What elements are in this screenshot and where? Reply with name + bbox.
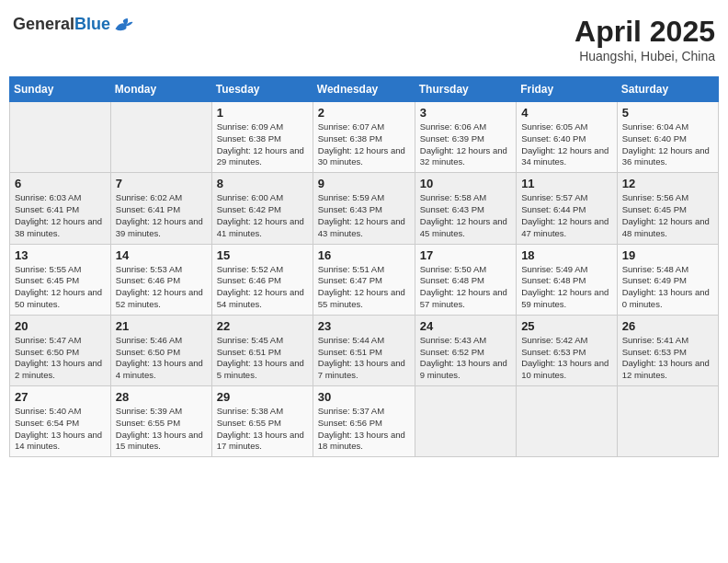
day-of-week-header: Thursday xyxy=(415,77,516,102)
title-area: April 2025 Huangshi, Hubei, China xyxy=(574,15,715,63)
day-number: 10 xyxy=(420,177,511,190)
calendar-week-row: 20Sunrise: 5:47 AM Sunset: 6:50 PM Dayli… xyxy=(10,315,719,385)
cell-info: Sunrise: 5:52 AM Sunset: 6:46 PM Dayligh… xyxy=(217,264,308,311)
cell-info: Sunrise: 5:44 AM Sunset: 6:51 PM Dayligh… xyxy=(318,335,410,382)
calendar-cell xyxy=(415,386,516,457)
cell-info: Sunrise: 5:41 AM Sunset: 6:53 PM Dayligh… xyxy=(622,335,713,382)
month-title: April 2025 xyxy=(574,15,715,49)
calendar-cell: 17Sunrise: 5:50 AM Sunset: 6:48 PM Dayli… xyxy=(415,244,516,315)
cell-info: Sunrise: 5:47 AM Sunset: 6:50 PM Dayligh… xyxy=(15,335,106,382)
calendar-cell: 20Sunrise: 5:47 AM Sunset: 6:50 PM Dayli… xyxy=(10,315,111,385)
cell-info: Sunrise: 5:59 AM Sunset: 6:43 PM Dayligh… xyxy=(318,192,410,239)
day-number: 29 xyxy=(217,390,308,404)
cell-info: Sunrise: 5:46 AM Sunset: 6:50 PM Dayligh… xyxy=(116,335,207,382)
calendar-cell: 22Sunrise: 5:45 AM Sunset: 6:51 PM Dayli… xyxy=(211,315,313,385)
cell-info: Sunrise: 6:02 AM Sunset: 6:41 PM Dayligh… xyxy=(116,192,207,239)
calendar-table: SundayMondayTuesdayWednesdayThursdayFrid… xyxy=(9,76,719,457)
calendar-cell: 24Sunrise: 5:43 AM Sunset: 6:52 PM Dayli… xyxy=(415,315,516,385)
calendar-cell xyxy=(110,102,211,173)
day-number: 13 xyxy=(15,248,106,262)
calendar-cell: 3Sunrise: 6:06 AM Sunset: 6:39 PM Daylig… xyxy=(415,102,516,173)
day-number: 7 xyxy=(116,177,207,190)
day-number: 12 xyxy=(622,177,713,190)
calendar-cell: 7Sunrise: 6:02 AM Sunset: 6:41 PM Daylig… xyxy=(110,173,211,244)
calendar-cell: 15Sunrise: 5:52 AM Sunset: 6:46 PM Dayli… xyxy=(211,244,313,315)
location-subtitle: Huangshi, Hubei, China xyxy=(574,49,715,63)
calendar-week-row: 13Sunrise: 5:55 AM Sunset: 6:45 PM Dayli… xyxy=(10,244,719,315)
calendar-cell: 23Sunrise: 5:44 AM Sunset: 6:51 PM Dayli… xyxy=(313,315,415,385)
day-number: 24 xyxy=(420,319,511,333)
logo-blue: Blue xyxy=(74,15,110,33)
cell-info: Sunrise: 6:04 AM Sunset: 6:40 PM Dayligh… xyxy=(622,121,713,168)
day-number: 18 xyxy=(521,248,612,262)
calendar-cell: 5Sunrise: 6:04 AM Sunset: 6:40 PM Daylig… xyxy=(617,102,718,173)
cell-info: Sunrise: 5:55 AM Sunset: 6:45 PM Dayligh… xyxy=(15,264,106,311)
calendar-cell: 13Sunrise: 5:55 AM Sunset: 6:45 PM Dayli… xyxy=(10,244,111,315)
calendar-cell: 8Sunrise: 6:00 AM Sunset: 6:42 PM Daylig… xyxy=(211,173,313,244)
cell-info: Sunrise: 5:49 AM Sunset: 6:48 PM Dayligh… xyxy=(521,264,612,311)
calendar-cell: 19Sunrise: 5:48 AM Sunset: 6:49 PM Dayli… xyxy=(617,244,718,315)
calendar-cell: 1Sunrise: 6:09 AM Sunset: 6:38 PM Daylig… xyxy=(211,102,313,173)
calendar-cell xyxy=(617,386,718,457)
day-number: 19 xyxy=(622,248,713,262)
calendar-week-row: 1Sunrise: 6:09 AM Sunset: 6:38 PM Daylig… xyxy=(10,102,719,173)
cell-info: Sunrise: 5:42 AM Sunset: 6:53 PM Dayligh… xyxy=(521,335,612,382)
cell-info: Sunrise: 6:05 AM Sunset: 6:40 PM Dayligh… xyxy=(521,121,612,168)
calendar-cell xyxy=(517,386,618,457)
calendar-cell: 9Sunrise: 5:59 AM Sunset: 6:43 PM Daylig… xyxy=(313,173,415,244)
cell-info: Sunrise: 6:06 AM Sunset: 6:39 PM Dayligh… xyxy=(420,121,511,168)
calendar-week-row: 6Sunrise: 6:03 AM Sunset: 6:41 PM Daylig… xyxy=(10,173,719,244)
day-number: 14 xyxy=(116,248,207,262)
day-number: 30 xyxy=(318,390,410,404)
calendar-cell: 12Sunrise: 5:56 AM Sunset: 6:45 PM Dayli… xyxy=(617,173,718,244)
day-number: 23 xyxy=(318,319,410,333)
cell-info: Sunrise: 6:09 AM Sunset: 6:38 PM Dayligh… xyxy=(217,121,308,168)
calendar-cell: 10Sunrise: 5:58 AM Sunset: 6:43 PM Dayli… xyxy=(415,173,516,244)
calendar-cell: 28Sunrise: 5:39 AM Sunset: 6:55 PM Dayli… xyxy=(110,386,211,457)
calendar-cell: 26Sunrise: 5:41 AM Sunset: 6:53 PM Dayli… xyxy=(617,315,718,385)
logo: GeneralBlue xyxy=(13,15,134,34)
calendar-cell: 25Sunrise: 5:42 AM Sunset: 6:53 PM Dayli… xyxy=(517,315,618,385)
calendar-cell: 21Sunrise: 5:46 AM Sunset: 6:50 PM Dayli… xyxy=(110,315,211,385)
day-number: 9 xyxy=(318,177,410,190)
day-number: 16 xyxy=(318,248,410,262)
cell-info: Sunrise: 5:45 AM Sunset: 6:51 PM Dayligh… xyxy=(217,335,308,382)
cell-info: Sunrise: 5:56 AM Sunset: 6:45 PM Dayligh… xyxy=(622,192,713,239)
day-of-week-header: Saturday xyxy=(617,77,718,102)
calendar-cell: 30Sunrise: 5:37 AM Sunset: 6:56 PM Dayli… xyxy=(313,386,415,457)
cell-info: Sunrise: 5:58 AM Sunset: 6:43 PM Dayligh… xyxy=(420,192,511,239)
day-number: 22 xyxy=(217,319,308,333)
day-of-week-header: Friday xyxy=(517,77,618,102)
day-of-week-header: Monday xyxy=(110,77,211,102)
day-number: 20 xyxy=(15,319,106,333)
cell-info: Sunrise: 5:51 AM Sunset: 6:47 PM Dayligh… xyxy=(318,264,410,311)
logo-general: General xyxy=(13,15,74,33)
cell-info: Sunrise: 6:07 AM Sunset: 6:38 PM Dayligh… xyxy=(318,121,410,168)
calendar-cell: 2Sunrise: 6:07 AM Sunset: 6:38 PM Daylig… xyxy=(313,102,415,173)
cell-info: Sunrise: 6:03 AM Sunset: 6:41 PM Dayligh… xyxy=(15,192,106,239)
cell-info: Sunrise: 5:40 AM Sunset: 6:54 PM Dayligh… xyxy=(15,406,106,453)
day-number: 6 xyxy=(15,177,106,190)
calendar-cell xyxy=(10,102,111,173)
day-number: 15 xyxy=(217,248,308,262)
day-number: 11 xyxy=(521,177,612,190)
day-number: 5 xyxy=(622,106,713,120)
day-of-week-header: Wednesday xyxy=(313,77,415,102)
day-number: 4 xyxy=(521,106,612,120)
calendar-cell: 14Sunrise: 5:53 AM Sunset: 6:46 PM Dayli… xyxy=(110,244,211,315)
day-number: 21 xyxy=(116,319,207,333)
cell-info: Sunrise: 5:57 AM Sunset: 6:44 PM Dayligh… xyxy=(521,192,612,239)
calendar-cell: 18Sunrise: 5:49 AM Sunset: 6:48 PM Dayli… xyxy=(517,244,618,315)
cell-info: Sunrise: 5:53 AM Sunset: 6:46 PM Dayligh… xyxy=(116,264,207,311)
day-of-week-header: Tuesday xyxy=(211,77,313,102)
day-number: 25 xyxy=(521,319,612,333)
calendar-cell: 27Sunrise: 5:40 AM Sunset: 6:54 PM Dayli… xyxy=(10,386,111,457)
day-number: 8 xyxy=(217,177,308,190)
logo-bird-icon xyxy=(114,17,134,33)
cell-info: Sunrise: 6:00 AM Sunset: 6:42 PM Dayligh… xyxy=(217,192,308,239)
cell-info: Sunrise: 5:38 AM Sunset: 6:55 PM Dayligh… xyxy=(217,406,308,453)
cell-info: Sunrise: 5:43 AM Sunset: 6:52 PM Dayligh… xyxy=(420,335,511,382)
day-number: 26 xyxy=(622,319,713,333)
day-number: 17 xyxy=(420,248,511,262)
calendar-cell: 16Sunrise: 5:51 AM Sunset: 6:47 PM Dayli… xyxy=(313,244,415,315)
